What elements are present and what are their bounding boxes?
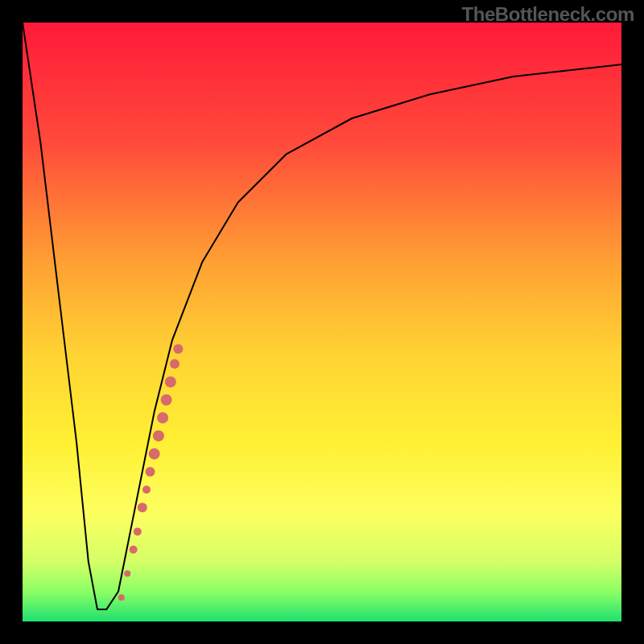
chart-svg (23, 23, 621, 621)
data-marker (173, 345, 183, 354)
chart-frame: TheBottleneck.com (0, 0, 644, 644)
data-marker (161, 394, 172, 406)
data-marker (146, 467, 155, 477)
data-marker (170, 359, 180, 369)
data-marker (165, 376, 176, 387)
data-marker (153, 430, 164, 441)
data-marker (130, 546, 138, 554)
series-bottleneck-curve (23, 23, 621, 609)
data-marker (118, 594, 125, 601)
data-marker (142, 485, 151, 493)
data-marker (124, 571, 130, 577)
data-marker (134, 527, 142, 535)
data-marker (138, 503, 147, 513)
data-marker (149, 448, 160, 460)
watermark-label: TheBottleneck.com (461, 3, 634, 26)
data-marker (157, 412, 168, 423)
plot-area (23, 23, 621, 621)
